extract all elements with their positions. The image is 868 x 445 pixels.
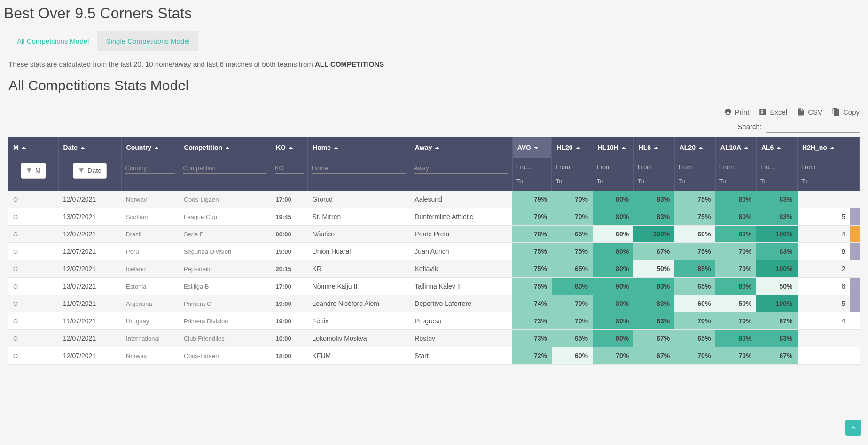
table-row[interactable]: O12/07/2021BrazilSerie B00:00NáuticoPont… <box>8 226 860 243</box>
cell-hl6: 83% <box>633 208 674 226</box>
col-header-hl10h[interactable]: HL10H <box>593 137 633 158</box>
cell-h2hno <box>798 191 850 208</box>
table-row[interactable]: O11/07/2021ArgentinaPrimera C19:00Leandr… <box>8 295 860 312</box>
cell-al6: 67% <box>756 312 797 330</box>
table-row[interactable]: O12/07/2021IcelandPepsideild20:15KRKefla… <box>8 260 860 278</box>
cell-hl20: 80% <box>552 278 593 295</box>
sort-asc-icon <box>154 147 159 149</box>
cell-h2hno: 6 <box>798 278 850 295</box>
cell-avg: 78% <box>512 226 552 243</box>
table-row[interactable]: O12/07/2021InternationalClub Friendlies1… <box>8 330 860 347</box>
filter-hl10h-from[interactable] <box>597 163 630 172</box>
cell-al6: 67% <box>756 347 797 365</box>
table-row[interactable]: O13/07/2021ScotlandLeague Cup19:45St. Mi… <box>8 208 860 226</box>
table-row[interactable]: O12/07/2021NorwayObos-Ligaen17:00GrorudA… <box>8 191 860 208</box>
cell-al20: 85% <box>674 260 715 278</box>
filter-home-input[interactable] <box>312 163 406 174</box>
tab-all-competitions-model[interactable]: All Competitions Model <box>8 31 97 51</box>
filter-hl6-from[interactable] <box>638 163 671 172</box>
sort-asc-icon <box>80 147 85 149</box>
cell-hl10h: 60% <box>593 226 633 243</box>
cell-al20: 60% <box>674 295 715 312</box>
col-header-al20[interactable]: AL20 <box>674 137 715 158</box>
col-header-h2h_no[interactable]: H2H_no <box>798 137 850 158</box>
filter-competition-input[interactable] <box>183 163 266 174</box>
filter-hl6-to[interactable] <box>638 177 671 186</box>
filter-hl20-to[interactable] <box>555 177 588 186</box>
sort-asc-icon <box>22 147 26 149</box>
cell-avg: 75% <box>512 243 552 260</box>
cell-al10a: 70% <box>715 347 756 365</box>
cell-hl6: 83% <box>633 312 674 330</box>
cell-hl6: 83% <box>633 191 674 208</box>
cell-avg: 75% <box>512 278 552 295</box>
print-button[interactable]: Print <box>724 108 750 116</box>
filter-al10a-to[interactable] <box>719 177 752 186</box>
filter-al10a-from[interactable] <box>719 163 752 172</box>
cell-hl10h: 80% <box>593 312 633 330</box>
filter-h2hno-to[interactable] <box>801 177 846 186</box>
filter-hl10h-to[interactable] <box>597 177 630 186</box>
col-header-country[interactable]: Country <box>121 137 179 158</box>
cell-al20: 75% <box>674 191 715 208</box>
sort-asc-icon <box>576 147 580 149</box>
col-header-home[interactable]: Home <box>308 137 410 158</box>
table-row[interactable]: O13/07/2021EstoniaEsiliiga B17:00Nõmme K… <box>8 278 860 295</box>
cell-hl20: 70% <box>552 208 593 226</box>
filter-hl20-from[interactable] <box>555 163 588 172</box>
filter-ko-input[interactable] <box>275 163 304 174</box>
cell-extra <box>850 191 859 208</box>
search-input[interactable] <box>766 121 860 133</box>
filter-al6-from[interactable] <box>760 163 793 172</box>
filter-away-input[interactable] <box>414 163 508 174</box>
filter-al20-to[interactable] <box>679 177 712 186</box>
col-header-competition[interactable]: Competition <box>179 137 271 158</box>
cell-al6: 83% <box>756 208 797 226</box>
filter-avg-to[interactable] <box>516 177 548 186</box>
col-header-m[interactable]: M <box>8 137 58 158</box>
copy-button[interactable]: Copy <box>832 108 860 116</box>
cell-hl20: 65% <box>552 330 593 347</box>
cell-al20: 75% <box>674 243 715 260</box>
cell-al10a: 70% <box>715 312 756 330</box>
col-header-date[interactable]: Date <box>58 137 121 158</box>
filter-m-button[interactable]: M <box>21 163 46 179</box>
col-header-al10a[interactable]: AL10A <box>715 137 756 158</box>
cell-hl20: 70% <box>552 312 593 330</box>
col-header-al6[interactable]: AL6 <box>756 137 797 158</box>
cell-al10a: 80% <box>715 191 756 208</box>
table-row[interactable]: O12/07/2021PeruSegunda Division19:00Unio… <box>8 243 860 260</box>
filter-al20-from[interactable] <box>679 163 712 172</box>
cell-al6: 100% <box>756 295 797 312</box>
filter-date-button[interactable]: Date <box>73 163 107 179</box>
filter-h2hno-from[interactable] <box>801 163 846 172</box>
filter-al6-to[interactable] <box>760 177 793 186</box>
filter-avg-from[interactable] <box>516 163 548 172</box>
cell-al20: 65% <box>674 330 715 347</box>
cell-hl10h: 80% <box>593 191 633 208</box>
table-row[interactable]: O12/07/2021NorwayObos-Ligaen18:00KFUMSta… <box>8 347 860 365</box>
cell-al6: 83% <box>756 330 797 347</box>
tab-single-competitions-model[interactable]: Single Competitions Model <box>97 31 198 51</box>
excel-button[interactable]: Excel <box>759 108 787 116</box>
cell-extra <box>850 312 859 330</box>
filter-country-input[interactable] <box>125 163 175 174</box>
cell-hl20: 60% <box>552 347 593 365</box>
col-header-avg[interactable]: AVG <box>512 137 552 158</box>
csv-button[interactable]: CSV <box>797 108 822 116</box>
col-header-ko[interactable]: KO <box>271 137 307 158</box>
print-icon <box>724 108 732 116</box>
copy-icon <box>832 108 840 116</box>
cell-hl20: 65% <box>552 260 593 278</box>
cell-al6: 83% <box>756 191 797 208</box>
cell-hl6: 67% <box>633 243 674 260</box>
stats-description: These stats are calculated from the last… <box>8 60 864 68</box>
filter-extra <box>850 158 859 191</box>
col-header-hl20[interactable]: HL20 <box>552 137 593 158</box>
cell-al10a: 70% <box>715 243 756 260</box>
col-header-away[interactable]: Away <box>410 137 512 158</box>
table-row[interactable]: O11/07/2021UruguayPrimera Division19:00F… <box>8 312 860 330</box>
col-header-hl6[interactable]: HL6 <box>633 137 674 158</box>
cell-hl10h: 80% <box>593 260 633 278</box>
stats-subtitle: All Competitions Stats Model <box>8 78 864 94</box>
